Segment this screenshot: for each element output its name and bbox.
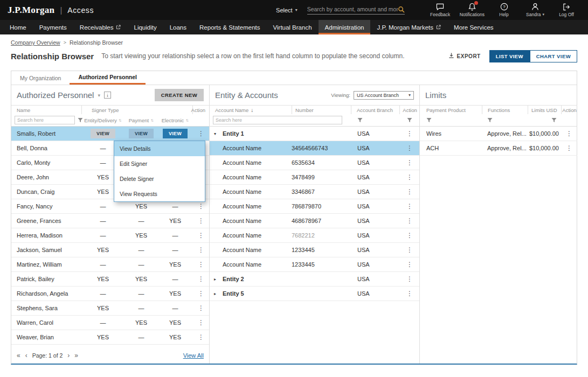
info-icon[interactable]: i (104, 92, 111, 99)
tab-authorized-personnel[interactable]: Authorized Personnel (70, 71, 146, 85)
table-row[interactable]: ▾ Entity 1 USA ⋮ (210, 127, 419, 141)
row-kebab-icon[interactable]: ⋮ (192, 261, 210, 268)
row-kebab-icon[interactable]: ⋮ (399, 130, 420, 137)
table-row[interactable]: Account Name 786879870 USA ⋮ (210, 199, 419, 214)
table-row[interactable]: Account Name 468678967 USA ⋮ (210, 214, 419, 228)
next-page-icon[interactable]: › (67, 352, 70, 359)
column-header-payment[interactable]: Payment↑↓ (124, 117, 158, 123)
nav-item-liquidity[interactable]: Liquidity (127, 20, 163, 34)
viewing-select[interactable]: US Account Branch ▾ (354, 91, 414, 100)
filter-icon[interactable] (357, 117, 363, 123)
filter-icon[interactable] (426, 117, 432, 123)
table-row[interactable]: Account Name 3346867 USA ⋮ (210, 185, 419, 199)
column-header-entity-delivery[interactable]: Entity/Delivery↑↓ (81, 117, 124, 123)
help-action[interactable]: ?Help (490, 3, 518, 17)
row-kebab-icon[interactable]: ⋮ (192, 275, 210, 283)
table-row[interactable]: Account Name 3478499 USA ⋮ (210, 170, 419, 185)
nav-item-receivables[interactable]: Receivables (73, 20, 128, 34)
row-kebab-icon[interactable]: ⋮ (561, 144, 577, 152)
table-row[interactable]: Account Name 7682212 USA ⋮ (210, 228, 419, 243)
chart-view-button[interactable]: CHART VIEW (530, 50, 577, 62)
row-kebab-icon[interactable]: ⋮ (561, 130, 577, 137)
table-row[interactable]: Wires Approve, Rel... $10,000.00 ⋮ (420, 127, 577, 141)
tab-my-organization[interactable]: My Organization (11, 71, 70, 85)
row-kebab-icon[interactable]: ⋮ (399, 203, 420, 210)
table-row[interactable]: Account Name 34564566743 USA ⋮ (210, 141, 419, 156)
context-menu-item-delete-signer[interactable]: Delete Signer (114, 171, 205, 186)
table-row[interactable]: ▸ Entity 2 USA ⋮ (210, 272, 419, 287)
row-kebab-icon[interactable]: ⋮ (192, 217, 210, 225)
expand-icon[interactable]: ▸ (214, 291, 219, 296)
table-row[interactable]: Jackson, Samuel YES — — ⋮ (11, 243, 209, 257)
view-button[interactable]: VIEW (91, 129, 115, 138)
column-header-name[interactable]: Name (11, 107, 81, 113)
view-button[interactable]: VIEW (129, 129, 154, 138)
row-kebab-icon[interactable]: ⋮ (192, 232, 210, 239)
row-kebab-icon[interactable]: ⋮ (192, 246, 210, 254)
row-kebab-icon[interactable]: ⋮ (192, 130, 210, 137)
table-row[interactable]: Richardson, Angela — — YES ⋮ (11, 287, 209, 301)
table-row[interactable]: ACH Approve, Rel... $10,000.00 ⋮ (420, 141, 577, 156)
table-row[interactable]: Smalls, Robert VIEW VIEW VIEW ⋮ (11, 127, 209, 141)
user-menu-action[interactable]: Sandra▾ (521, 3, 549, 17)
nav-item-virtual-branch[interactable]: Virtual Branch (267, 20, 319, 34)
table-row[interactable]: Account Name 1233445 USA ⋮ (210, 243, 419, 257)
view-button[interactable]: VIEW (163, 129, 188, 138)
filter-icon[interactable] (487, 117, 493, 123)
create-new-button[interactable]: CREATE NEW (155, 89, 204, 101)
row-kebab-icon[interactable]: ⋮ (399, 275, 420, 283)
column-header-functions[interactable]: Functions (482, 106, 528, 114)
chevron-down-icon[interactable]: ▾ (98, 93, 100, 98)
row-kebab-icon[interactable]: ⋮ (192, 203, 210, 210)
global-select[interactable]: Select ▾ (276, 7, 298, 13)
row-kebab-icon[interactable]: ⋮ (399, 144, 420, 152)
nav-item-j-p-morgan-markets[interactable]: J.P. Morgan Markets (370, 20, 447, 34)
context-menu-item-edit-signer[interactable]: Edit Signer (114, 156, 205, 171)
row-kebab-icon[interactable]: ⋮ (399, 232, 420, 239)
table-row[interactable]: Herrera, Madison — YES — ⋮ (11, 228, 209, 243)
filter-icon[interactable] (551, 117, 557, 123)
row-kebab-icon[interactable]: ⋮ (399, 173, 420, 181)
nav-item-loans[interactable]: Loans (163, 20, 193, 34)
context-menu-item-view-details[interactable]: View Details (114, 141, 205, 156)
table-row[interactable]: ▸ Entity 5 USA ⋮ (210, 287, 419, 301)
table-row[interactable]: Stephens, Sara YES — — ⋮ (11, 301, 209, 316)
row-kebab-icon[interactable]: ⋮ (399, 290, 420, 297)
view-all-link[interactable]: View All (183, 352, 204, 359)
first-page-icon[interactable]: « (17, 352, 20, 359)
column-header-electronic[interactable]: Electronic↑↓ (158, 117, 192, 123)
row-kebab-icon[interactable]: ⋮ (192, 304, 210, 312)
nav-item-payments[interactable]: Payments (33, 20, 73, 34)
prev-page-icon[interactable]: ‹ (25, 352, 27, 359)
table-row[interactable]: Account Name 6535634 USA ⋮ (210, 156, 419, 170)
nav-item-home[interactable]: Home (3, 20, 33, 34)
table-row[interactable]: Greene, Frances — — YES ⋮ (11, 214, 209, 228)
row-kebab-icon[interactable]: ⋮ (399, 246, 420, 254)
row-kebab-icon[interactable]: ⋮ (399, 261, 420, 268)
row-kebab-icon[interactable]: ⋮ (192, 333, 210, 341)
search-icon[interactable] (398, 6, 405, 13)
last-page-icon[interactable]: » (74, 352, 78, 359)
context-menu-item-view-requests[interactable]: View Requests (114, 186, 205, 201)
row-kebab-icon[interactable]: ⋮ (399, 159, 420, 166)
row-kebab-icon[interactable]: ⋮ (399, 217, 420, 225)
nav-item-more-services[interactable]: More Services (447, 20, 500, 34)
row-kebab-icon[interactable]: ⋮ (399, 188, 420, 196)
column-header-account-branch[interactable]: Account Branch (351, 106, 399, 114)
logoff-action[interactable]: Log Off (552, 3, 580, 17)
expand-icon[interactable]: ▸ (214, 277, 219, 282)
row-kebab-icon[interactable]: ⋮ (192, 290, 210, 297)
table-row[interactable]: Warren, Carol — YES YES ⋮ (11, 316, 209, 330)
breadcrumb-company-overview[interactable]: Company Overview (11, 39, 60, 46)
row-kebab-icon[interactable]: ⋮ (192, 319, 210, 326)
nav-item-administration[interactable]: Administration (319, 20, 371, 34)
table-row[interactable]: Martinez, William — — YES ⋮ (11, 257, 209, 272)
table-row[interactable]: Patrick, Bailey YES YES — ⋮ (11, 272, 209, 287)
notifications-action[interactable]: Notifications (458, 3, 487, 17)
column-header-account-name[interactable]: Account Name↓ (210, 107, 292, 113)
personnel-search-input[interactable] (15, 116, 75, 124)
expand-icon[interactable]: ▾ (214, 131, 219, 136)
nav-item-reports-statements[interactable]: Reports & Statements (193, 20, 267, 34)
column-header-payment-product[interactable]: Payment Product (420, 107, 482, 113)
table-row[interactable]: Weaver, Brian YES — YES ⋮ (11, 330, 209, 345)
